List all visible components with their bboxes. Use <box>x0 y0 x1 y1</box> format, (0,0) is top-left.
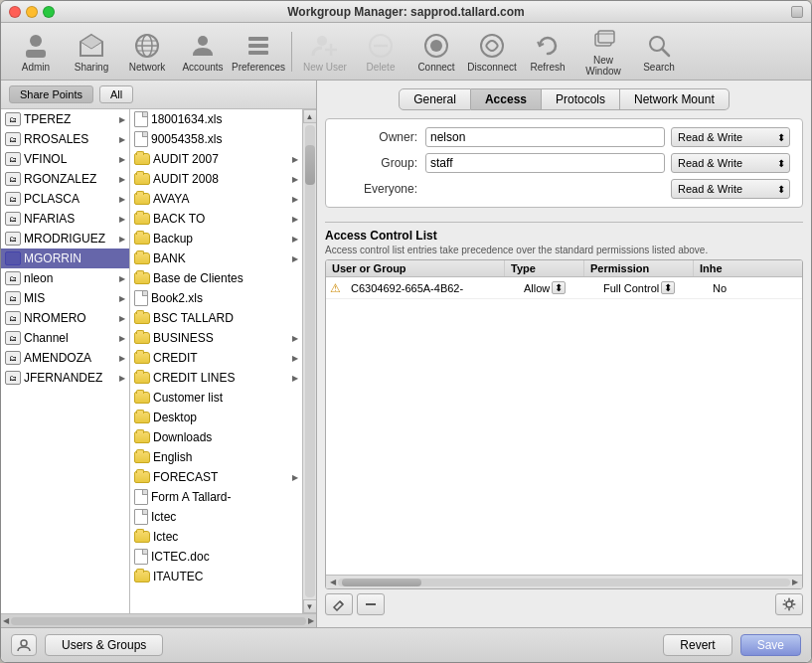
folder-item-90054358[interactable]: 90054358.xls <box>130 129 302 149</box>
folder-item-bsctallard[interactable]: BSC TALLARD <box>130 308 302 328</box>
folder-item-ictec2[interactable]: Ictec <box>130 527 302 547</box>
h-scroll-left[interactable]: ◀ ▶ <box>1 613 316 627</box>
folder-item-audit2007[interactable]: AUDIT 2007 ▶ <box>130 149 302 169</box>
user-icon: 🗂 <box>5 112 21 126</box>
acl-cell-inherited: No <box>707 280 802 296</box>
user-item-nromero[interactable]: 🗂 NROMERO ▶ <box>1 308 129 328</box>
resize-handle[interactable] <box>791 6 803 18</box>
tab-access[interactable]: Access <box>471 88 542 110</box>
folder-list[interactable]: 18001634.xls 90054358.xls AUDIT 2007 ▶ <box>130 109 302 613</box>
close-button[interactable] <box>9 6 21 18</box>
user-item-nleon[interactable]: 🗂 nleon ▶ <box>1 268 129 288</box>
folder-item-18001634[interactable]: 18001634.xls <box>130 109 302 129</box>
accounts-button[interactable]: Accounts <box>176 28 230 76</box>
scroll-right-arrow[interactable]: ▶ <box>790 578 800 586</box>
scroll-thumb[interactable] <box>305 145 315 185</box>
maximize-button[interactable] <box>43 6 55 18</box>
user-item-amendoza[interactable]: 🗂 AMENDOZA ▶ <box>1 348 129 368</box>
vertical-scrollbar[interactable]: ▲ ▼ <box>302 109 316 613</box>
new-user-button[interactable]: New User <box>298 28 352 76</box>
acl-col-type: Type <box>505 260 584 276</box>
scroll-up-arrow[interactable]: ▲ <box>303 109 317 123</box>
users-groups-button[interactable]: Users & Groups <box>45 634 163 656</box>
folder-item-backto[interactable]: BACK TO ▶ <box>130 209 302 229</box>
owner-row: Owner: Read & Write ⬍ <box>338 127 790 147</box>
network-button[interactable]: Network <box>120 28 174 76</box>
folder-item-baseclientes[interactable]: Base de Clientes <box>130 268 302 288</box>
tab-protocols[interactable]: Protocols <box>542 88 620 110</box>
user-item-channel[interactable]: 🗂 Channel ▶ <box>1 328 129 348</box>
window-title: Workgroup Manager: sapprod.tallard.com <box>287 5 524 19</box>
refresh-button[interactable]: Refresh <box>521 28 574 76</box>
folder-item-desktop[interactable]: Desktop <box>130 408 302 427</box>
tab-network-mount[interactable]: Network Mount <box>620 88 730 110</box>
panels-row: 🗂 TPEREZ ▶ 🗂 RROSALES ▶ 🗂 VFINOL ▶ <box>1 109 316 613</box>
acl-col-user: User or Group <box>326 260 505 276</box>
user-icon: 🗂 <box>5 271 21 285</box>
group-perm-select[interactable]: Read & Write ⬍ <box>671 153 790 173</box>
user-item-pclasca[interactable]: 🗂 PCLASCA ▶ <box>1 189 129 209</box>
perm-select[interactable]: ⬍ <box>661 281 675 294</box>
acl-edit-button[interactable] <box>325 593 353 615</box>
new-window-button[interactable]: New Window <box>576 28 630 76</box>
user-item-jfernandez[interactable]: 🗂 JFERNANDEZ ▶ <box>1 368 129 388</box>
owner-input[interactable] <box>425 127 665 147</box>
user-item-tperez[interactable]: 🗂 TPEREZ ▶ <box>1 109 129 129</box>
save-button[interactable]: Save <box>740 634 801 656</box>
folder-item-bank[interactable]: BANK ▶ <box>130 249 302 268</box>
user-icon: 🗂 <box>5 132 21 146</box>
folder-item-avaya[interactable]: AVAYA ▶ <box>130 189 302 209</box>
bottom-left-icon[interactable] <box>11 634 37 656</box>
sharing-button[interactable]: Sharing <box>65 28 118 76</box>
admin-button[interactable]: Admin <box>9 28 63 76</box>
user-list[interactable]: 🗂 TPEREZ ▶ 🗂 RROSALES ▶ 🗂 VFINOL ▶ <box>1 109 130 613</box>
user-item-vfinol[interactable]: 🗂 VFINOL ▶ <box>1 149 129 169</box>
folder-item-english[interactable]: English <box>130 447 302 467</box>
user-item-nfarias[interactable]: 🗂 NFARIAS ▶ <box>1 209 129 229</box>
folder-item-fortatallard[interactable]: Form A Tallard- <box>130 487 302 507</box>
everyone-perm-select[interactable]: Read & Write ⬍ <box>671 179 790 199</box>
folder-item-book2[interactable]: Book2.xls <box>130 288 302 308</box>
folder-item-audit2008[interactable]: AUDIT 2008 ▶ <box>130 169 302 189</box>
user-item-rgonzalez[interactable]: 🗂 RGONZALEZ ▶ <box>1 169 129 189</box>
preferences-label: Preferences <box>232 62 285 73</box>
scroll-down-arrow[interactable]: ▼ <box>303 599 317 613</box>
type-select[interactable]: ⬍ <box>552 281 566 294</box>
acl-remove-button[interactable] <box>357 593 385 615</box>
folder-item-ictec1[interactable]: Ictec <box>130 507 302 527</box>
scroll-track[interactable] <box>305 125 315 597</box>
all-button[interactable]: All <box>99 85 133 103</box>
folder-item-downloads[interactable]: Downloads <box>130 427 302 447</box>
preferences-button[interactable]: Preferences <box>232 28 285 76</box>
chevron-down-icon: ⬍ <box>777 158 785 169</box>
folder-item-credit[interactable]: CREDIT ▶ <box>130 348 302 368</box>
connect-button[interactable]: Connect <box>409 28 463 76</box>
share-points-button[interactable]: Share Points <box>9 85 93 103</box>
folder-item-business[interactable]: BUSINESS ▶ <box>130 328 302 348</box>
user-item-mis[interactable]: 🗂 MIS ▶ <box>1 288 129 308</box>
group-input[interactable] <box>425 153 665 173</box>
owner-perm-select[interactable]: Read & Write ⬍ <box>671 127 790 147</box>
user-item-rrosales[interactable]: 🗂 RROSALES ▶ <box>1 129 129 149</box>
user-item-mrodriguez[interactable]: 🗂 MRODRIGUEZ ▶ <box>1 229 129 249</box>
acl-h-scroll[interactable]: ◀ ▶ <box>326 575 802 588</box>
revert-button[interactable]: Revert <box>663 634 731 656</box>
folder-item-customerlist[interactable]: Customer list <box>130 388 302 408</box>
tab-general[interactable]: General <box>399 88 471 110</box>
user-item-mgorrin[interactable]: MGORRIN <box>1 249 129 268</box>
search-button[interactable]: Search <box>632 28 686 76</box>
delete-button[interactable]: Delete <box>354 28 407 76</box>
folder-item-backup[interactable]: Backup ▶ <box>130 229 302 249</box>
scroll-track <box>338 579 790 586</box>
folder-item-forecast[interactable]: FORECAST ▶ <box>130 467 302 487</box>
minimize-button[interactable] <box>26 6 38 18</box>
titlebar: Workgroup Manager: sapprod.tallard.com <box>1 1 811 23</box>
acl-section: Access Control List Access control list … <box>325 229 803 619</box>
acl-row-0[interactable]: ⚠ C6304692-665A-4B62- Allow ⬍ Full Contr… <box>326 277 802 299</box>
folder-item-itautec[interactable]: ITAUTEC <box>130 567 302 586</box>
acl-gear-button[interactable] <box>775 593 803 615</box>
folder-item-ictecd[interactable]: ICTEC.doc <box>130 547 302 567</box>
disconnect-button[interactable]: Disconnect <box>465 28 519 76</box>
folder-item-creditlines[interactable]: CREDIT LINES ▶ <box>130 368 302 388</box>
scroll-left-arrow[interactable]: ◀ <box>328 578 338 586</box>
